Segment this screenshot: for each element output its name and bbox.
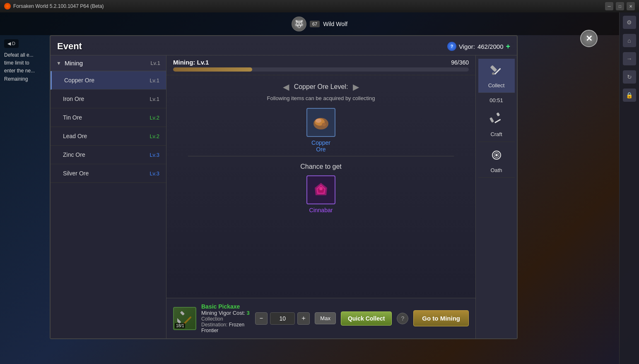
quantity-controls: － ＋	[255, 312, 310, 325]
ore-level-iron: Lv.1	[150, 96, 159, 102]
quantity-decrease-button[interactable]: －	[255, 312, 268, 325]
progress-bar-background	[173, 67, 469, 72]
pickaxe-item-icon: 18/1	[173, 307, 196, 330]
ore-item-zinc[interactable]: Zinc Ore Lv.3	[51, 146, 166, 164]
sidebar-action-oath[interactable]: Oath	[478, 144, 515, 178]
window-controls: ─ □ ✕	[605, 2, 635, 10]
lock-icon[interactable]: 🔒	[623, 89, 636, 102]
dialog-header: Event ? Vigor: 462/2000 +	[51, 36, 517, 55]
vigor-value: 462/2000	[477, 43, 504, 50]
mining-level-row: Mining: Lv.1 96/360	[173, 59, 469, 66]
close-dialog-button[interactable]: ✕	[580, 30, 598, 47]
quick-collect-button[interactable]: Quick Collect	[341, 311, 392, 326]
dialog-right-sidebar: Collect 00:51 Craft	[475, 55, 517, 338]
ore-name-tin: Tin Ore	[63, 114, 82, 121]
primary-item-card: CopperOre	[306, 108, 335, 153]
back-button[interactable]: ◀ D	[4, 39, 19, 48]
copper-ore-name: CopperOre	[311, 139, 330, 153]
prev-ore-button[interactable]: ◀	[283, 82, 289, 92]
quantity-increase-button[interactable]: ＋	[297, 312, 310, 325]
app-icon	[4, 3, 11, 10]
max-button[interactable]: Max	[315, 312, 336, 324]
svg-rect-16	[496, 113, 500, 117]
svg-point-7	[319, 187, 323, 190]
mining-category-level: Lv.1	[150, 60, 160, 66]
svg-rect-12	[490, 65, 497, 72]
help-button[interactable]: ?	[397, 313, 408, 324]
ore-name-zinc: Zinc Ore	[63, 151, 85, 158]
ore-level-lead: Lv.2	[150, 133, 159, 139]
go-to-mining-button[interactable]: Go to Mining	[413, 310, 469, 326]
title-bar: Forsaken World 5.2.100.1047 P64 (Beta) ─…	[0, 0, 639, 12]
mining-category-header[interactable]: ▼ Mining Lv.1	[51, 55, 166, 71]
game-hint-text: Defeat all e...time limit toenter the ne…	[4, 51, 46, 83]
ore-list-panel: ▼ Mining Lv.1 Copper Ore Lv.1 Iron Ore L…	[51, 55, 166, 338]
home-icon[interactable]: ⌂	[623, 34, 636, 47]
minimize-button[interactable]: ─	[605, 2, 613, 10]
svg-point-3	[322, 123, 326, 126]
ore-name-lead: Lead Ore	[63, 133, 87, 139]
pickaxe-count: 18/1	[175, 323, 185, 328]
vigor-label: Vigor:	[459, 43, 475, 50]
ore-level-silver: Lv.3	[150, 170, 159, 177]
craft-label: Craft	[490, 131, 502, 137]
separator	[188, 156, 454, 156]
ore-detail-subtitle: Following items can be acquired by colle…	[267, 95, 375, 101]
refresh-icon[interactable]: ↻	[623, 70, 636, 84]
svg-point-13	[492, 72, 494, 75]
game-area-left: ◀ D Defeat all e...time limit toenter th…	[0, 35, 50, 87]
dialog-body: ▼ Mining Lv.1 Copper Ore Lv.1 Iron Ore L…	[51, 55, 517, 338]
game-hud: 🐺 67 Wild Wolf	[0, 12, 639, 35]
collect-icon	[489, 63, 504, 81]
chance-item-card: Cinnabar	[306, 175, 335, 213]
pickaxe-cost: Mining Vigor Cost: 3	[201, 310, 250, 316]
dialog-title: Event	[57, 41, 82, 52]
ore-name-iron: Iron Ore	[63, 96, 84, 102]
chance-label: Chance to get	[300, 163, 342, 170]
svg-rect-10	[180, 311, 185, 316]
ore-detail-nav: ◀ Copper Ore Level: ▶	[283, 82, 359, 92]
quantity-input[interactable]	[270, 312, 295, 325]
sidebar-action-craft[interactable]: Craft	[478, 108, 515, 142]
progress-bar-fill	[173, 67, 252, 72]
collect-label: Collect	[488, 82, 505, 89]
settings-icon[interactable]: ⚙	[623, 16, 636, 29]
pickaxe-name: Basic Pickaxe	[201, 303, 250, 310]
sidebar-action-collect[interactable]: Collect	[478, 59, 515, 93]
svg-point-2	[316, 119, 321, 123]
collection-destination: Collection Destination: Frozen Frontier	[201, 316, 250, 333]
copper-ore-icon	[306, 108, 335, 137]
ore-level-tin: Lv.2	[150, 115, 159, 121]
maximize-button[interactable]: □	[616, 2, 624, 10]
timer-display: 00:51	[487, 95, 506, 106]
craft-icon	[489, 112, 504, 129]
close-window-button[interactable]: ✕	[627, 2, 635, 10]
svg-rect-14	[494, 119, 501, 123]
ore-item-silver[interactable]: Silver Ore Lv.3	[51, 164, 166, 183]
action-bar: 18/1 Basic Pickaxe Mining Vigor Cost: 3 …	[166, 298, 475, 338]
cinnabar-icon	[306, 175, 335, 204]
ore-item-copper[interactable]: Copper Ore Lv.1	[51, 71, 166, 90]
event-dialog: Event ? Vigor: 462/2000 + ▼ Mining Lv.1	[50, 35, 518, 339]
chance-section: Chance to get Cinnabar	[173, 163, 469, 213]
vigor-add-button[interactable]: +	[506, 42, 510, 51]
mining-level-label: Mining: Lv.1	[173, 59, 209, 66]
content-panel: Mining: Lv.1 96/360 ◀ Copper Ore Level: …	[166, 55, 475, 338]
ore-item-lead[interactable]: Lead Ore Lv.2	[51, 127, 166, 146]
app-title: Forsaken World 5.2.100.1047 P64 (Beta)	[13, 3, 104, 9]
chevron-down-icon: ▼	[56, 60, 61, 66]
ore-name-silver: Silver Ore	[63, 170, 89, 177]
cinnabar-name: Cinnabar	[309, 207, 333, 213]
mining-category-label: Mining	[65, 60, 83, 67]
oath-icon	[489, 148, 504, 165]
character-avatar: 🐺	[292, 17, 306, 31]
character-info: 🐺 67 Wild Wolf	[292, 17, 347, 31]
next-ore-button[interactable]: ▶	[353, 82, 359, 92]
ore-item-iron[interactable]: Iron Ore Lv.1	[51, 90, 166, 108]
mining-header-left: ▼ Mining	[56, 60, 83, 67]
ore-item-tin[interactable]: Tin Ore Lv.2	[51, 108, 166, 127]
arrow-right-icon[interactable]: →	[623, 52, 636, 65]
svg-point-19	[495, 154, 498, 156]
app-right-sidebar: ⚙ ⌂ → ↻ 🔒	[619, 12, 639, 364]
vigor-icon: ?	[447, 42, 456, 51]
